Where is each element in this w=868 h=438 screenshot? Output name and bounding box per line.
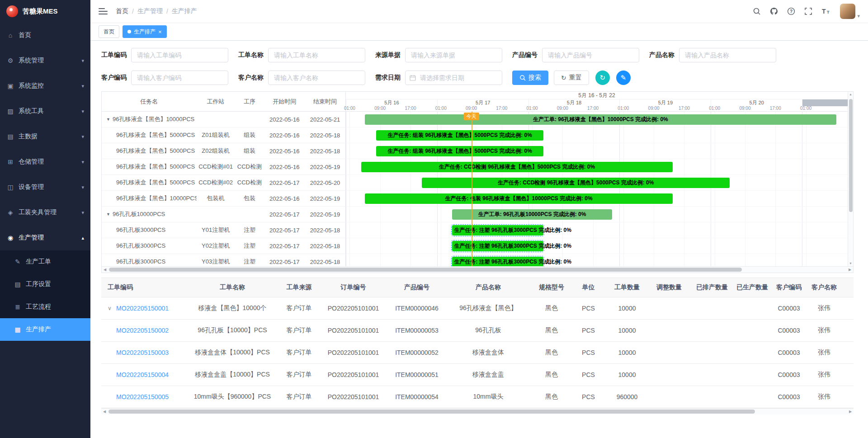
scroll-up-arrow[interactable]: ▲ (848, 92, 853, 97)
tab-生产排产[interactable]: 生产排产× (123, 25, 167, 38)
gantt-task-row[interactable]: ▼96孔孔板10000PCS2022-05-172022-05-19 (102, 207, 345, 222)
text-input-customer-code[interactable] (131, 71, 228, 85)
caret-down-icon[interactable]: ∨ (108, 305, 113, 311)
gantt-task-row[interactable]: 96孔移液盒【黑色】5000PCSCCD检测#02CCD检测2022-05-17… (102, 175, 345, 191)
orders-cell: 移液盒盒体 (443, 341, 533, 363)
scroll-thumb[interactable] (849, 99, 853, 212)
gantt-vertical-scrollbar[interactable]: ▲ ▼ (848, 92, 853, 266)
sidebar-item-production-scheduling[interactable]: ▦生产排产 (0, 318, 90, 341)
sidebar-item-system-tools[interactable]: ▨系统工具▾ (0, 99, 90, 124)
gantt-task-row[interactable]: 96孔孔板3000PCSY02注塑机注塑2022-05-172022-05-18 (102, 238, 345, 254)
text-input-work-order-code[interactable] (131, 48, 228, 62)
gantt-task-row[interactable]: 96孔移液盒【黑色】5000PCSCCD检测#01CCD检测2022-05-16… (102, 159, 345, 175)
scroll-left-arrow[interactable]: ◀ (102, 267, 108, 273)
table-row[interactable]: MO202205150003移液盒盒体【10000】PCS客户订单PO20220… (101, 341, 854, 363)
table-row[interactable]: MO20220515000296孔孔板【10000】PCS客户订单PO20220… (101, 319, 854, 341)
orders-cell (691, 319, 733, 341)
close-icon[interactable]: × (158, 29, 162, 35)
gantt-bar[interactable]: 生产任务: 注塑 96孔孔板3000PCS 完成比例: 0% (452, 241, 543, 251)
scroll-right-arrow[interactable]: ▶ (847, 267, 853, 273)
sidebar-item-equipment-management[interactable]: ◫设备管理▾ (0, 174, 90, 200)
sidebar-item-production-work-order[interactable]: ✎生产工单 (0, 250, 90, 273)
gantt-task-row[interactable]: 96孔孔板3000PCSY01注塑机注塑2022-05-172022-05-18 (102, 222, 345, 238)
orders-cell: PCS (570, 341, 607, 363)
gantt-bar[interactable]: 生产任务: CCD检测 96孔移液盒【黑色】5000PCS 完成比例: 0% (422, 178, 730, 188)
gantt-bar[interactable]: 生产任务: CCD检测 96孔移液盒【黑色】5000PCS 完成比例: 0% (361, 162, 673, 172)
gantt-horizontal-scrollbar[interactable]: ◀ ▶ (102, 266, 853, 273)
scroll-thumb[interactable] (109, 268, 742, 272)
user-menu[interactable]: ▾ (840, 4, 860, 19)
help-icon[interactable]: ? (787, 7, 795, 15)
sidebar-item-system-management[interactable]: ⚙系统管理▾ (0, 48, 90, 73)
work-order-link[interactable]: MO202205150005 (116, 393, 169, 400)
work-order-link[interactable]: MO202205150003 (116, 349, 169, 356)
text-input-work-order-name[interactable] (268, 48, 365, 62)
date-input-demand-date[interactable] (405, 71, 502, 85)
gantt-bar[interactable]: 生产任务: 组装 96孔移液盒【黑色】5000PCS 完成比例: 0% (376, 130, 543, 141)
gantt-task-table: 任务名工作站工序开始时间结束时间 ▼96孔移液盒【黑色】10000PCS2022… (102, 92, 346, 266)
caret-down-icon[interactable]: ▼ (106, 212, 110, 217)
sidebar-item-system-monitor[interactable]: ▣系统监控▾ (0, 73, 90, 99)
app-title: 苦糖果MES (23, 7, 58, 16)
text-input-product-code[interactable] (542, 48, 639, 62)
sidebar-item-production-management[interactable]: ◉生产管理▴ (0, 225, 90, 250)
search-button[interactable]: 搜索 (512, 71, 548, 85)
breadcrumb-item[interactable]: 生产管理 (137, 7, 163, 15)
work-order-link[interactable]: MO202205150002 (116, 327, 169, 334)
table-row[interactable]: MO202205150004移液盒盒盖【10000】PCS客户订单PO20220… (101, 363, 854, 386)
app-logo[interactable]: 苦糖果MES (0, 0, 90, 23)
fullscreen-icon[interactable] (804, 7, 812, 15)
breadcrumb-item[interactable]: 首页 (116, 7, 128, 15)
gantt-bar[interactable]: 生产任务: 包装 96孔移液盒【黑色】10000PCS 完成比例: 0% (365, 193, 673, 204)
work-order-code-cell: MO202205150004 (101, 363, 183, 386)
sidebar-item-master-data[interactable]: ▤主数据▾ (0, 124, 90, 149)
gantt-row-band (346, 254, 848, 266)
scroll-down-arrow[interactable]: ▼ (848, 261, 853, 266)
work-order-link[interactable]: MO202205150004 (116, 371, 169, 378)
refresh-circle-button[interactable]: ↻ (595, 71, 610, 85)
edit-icon: ✎ (14, 258, 22, 265)
work-order-link[interactable]: MO202205150001 (116, 305, 169, 312)
text-input-product-name[interactable] (679, 48, 776, 62)
sidebar-item-home[interactable]: ⌂首页 (0, 23, 90, 48)
sidebar-toggle-button[interactable] (99, 8, 108, 14)
orders-cell: 黑色 (533, 341, 570, 363)
gantt-bar[interactable]: 生产任务: 注塑 96孔孔板3000PCS 完成比例: 0% (452, 225, 543, 235)
gantt-task-row[interactable]: 96孔移液盒【黑色】5000PCSZ02组装机组装2022-05-162022-… (102, 143, 345, 159)
gantt-task-row[interactable]: 96孔移液盒【黑色】10000PCS包装机包装2022-05-162022-05… (102, 191, 345, 207)
avatar[interactable] (840, 4, 855, 19)
scroll-right-arrow[interactable]: ▶ (847, 409, 854, 415)
sidebar-item-label: 系统管理 (19, 57, 81, 65)
sidebar-item-process-settings[interactable]: ▤工序设置 (0, 273, 90, 296)
gantt-bar[interactable]: 生产工单: 96孔孔板10000PCS 完成比例: 0% (452, 209, 612, 220)
sidebar-item-warehouse-management[interactable]: ⊞仓储管理▾ (0, 149, 90, 174)
end-time-cell: 2022-05-18 (305, 243, 345, 250)
orders-cell: ITEM00000054 (391, 386, 443, 408)
gantt-task-row[interactable]: ▼96孔移液盒【黑色】10000PCS2022-05-162022-05-21 (102, 112, 345, 127)
orders-horizontal-scrollbar[interactable]: ◀ ▶ (101, 408, 854, 414)
gantt-task-row[interactable]: 96孔移液盒【黑色】5000PCSZ01组装机组装2022-05-162022-… (102, 127, 345, 143)
table-row[interactable]: ∨MO202205150001移液盒【黑色】10000个客户订单PO202205… (101, 297, 854, 319)
sidebar-item-fixture-management[interactable]: ◈工装夹具管理▾ (0, 200, 90, 225)
scroll-left-arrow[interactable]: ◀ (101, 409, 108, 415)
orders-column-header: 已排产数量 (691, 278, 733, 297)
scroll-thumb[interactable] (108, 410, 755, 414)
gantt-hour-label: 01:00 (344, 106, 355, 111)
text-input-source-document[interactable] (405, 48, 502, 62)
text-input-customer-name[interactable] (268, 71, 365, 85)
search-icon[interactable] (753, 7, 761, 15)
tab-首页[interactable]: 首页 (99, 25, 119, 38)
start-time-cell: 2022-05-17 (264, 179, 305, 186)
caret-down-icon[interactable]: ▼ (106, 117, 110, 122)
workstation-cell: Z01组装机 (197, 131, 235, 139)
sidebar-item-process-flow[interactable]: ≣工艺流程 (0, 296, 90, 318)
edit-circle-button[interactable]: ✎ (616, 71, 631, 85)
gantt-bar[interactable]: 生产工单: 96孔移液盒【黑色】10000PCS 完成比例: 0% (365, 114, 836, 125)
gantt-task-row[interactable]: 96孔孔板3000PCSY03注塑机注塑2022-05-172022-05-18 (102, 254, 345, 266)
table-row[interactable]: MO20220515000510mm吸头【960000】PCS客户订单PO202… (101, 386, 854, 408)
gantt-bar[interactable]: 生产任务: 注塑 96孔孔板3000PCS 完成比例: 0% (452, 257, 543, 266)
gantt-bar[interactable]: 生产任务: 组装 96孔移液盒【黑色】5000PCS 完成比例: 0% (376, 146, 543, 156)
reset-button[interactable]: ↻ 重置 (554, 71, 589, 85)
github-icon[interactable] (770, 7, 778, 15)
font-size-icon[interactable]: TT (821, 7, 831, 15)
